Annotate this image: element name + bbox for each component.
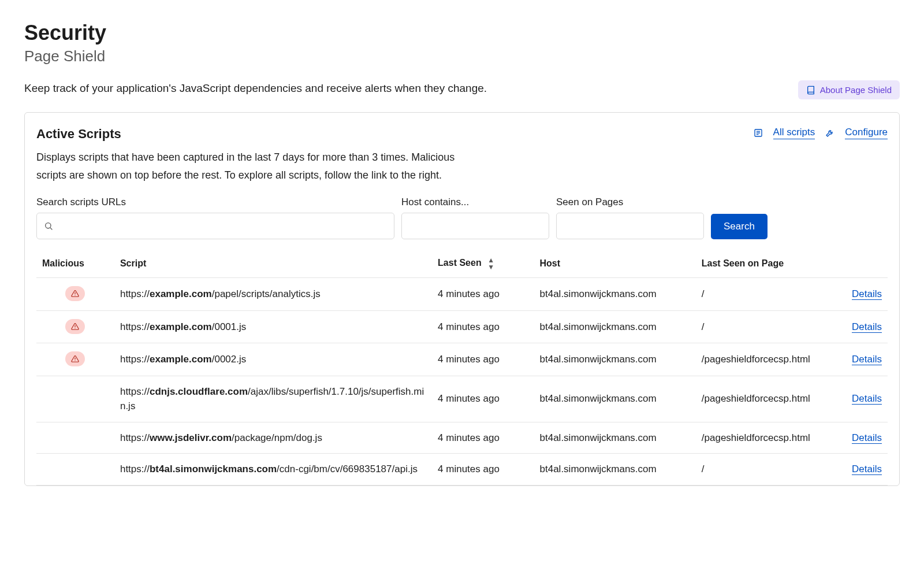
- cell-last-seen: 4 minutes ago: [432, 454, 534, 485]
- cell-script: https://cdnjs.cloudflare.com/ajax/libs/s…: [114, 376, 432, 422]
- about-page-shield-chip[interactable]: About Page Shield: [798, 80, 900, 99]
- cell-last-seen: 4 minutes ago: [432, 376, 534, 422]
- page-intro: Keep track of your application's JavaScr…: [24, 80, 487, 97]
- cell-details: Details: [828, 310, 888, 343]
- details-link[interactable]: Details: [852, 464, 882, 475]
- cell-malicious: [36, 310, 114, 343]
- cell-script: https://example.com/0001.js: [114, 310, 432, 343]
- configure-link[interactable]: Configure: [845, 127, 888, 139]
- search-scripts-input[interactable]: [58, 220, 387, 232]
- active-scripts-card: Active Scripts Displays scripts that hav…: [24, 112, 900, 486]
- cell-last-seen: 4 minutes ago: [432, 310, 534, 343]
- table-row: https://www.jsdelivr.com/package/npm/dog…: [36, 422, 888, 454]
- cell-host: bt4al.simonwijckmans.com: [534, 422, 696, 454]
- table-row: https://example.com/papel/scripts/analyt…: [36, 278, 888, 311]
- search-icon: [44, 221, 53, 231]
- about-page-shield-label: About Page Shield: [820, 85, 892, 95]
- search-scripts-input-wrap[interactable]: [36, 213, 394, 239]
- svg-point-4: [46, 223, 51, 228]
- sort-icon: ▲▼: [487, 257, 494, 270]
- cell-details: Details: [828, 278, 888, 311]
- cell-malicious: [36, 343, 114, 376]
- all-scripts-link[interactable]: All scripts: [773, 127, 815, 139]
- details-link[interactable]: Details: [852, 354, 882, 365]
- page-subtitle: Page Shield: [24, 47, 900, 65]
- malicious-warning-icon: [65, 351, 85, 366]
- cell-malicious: [36, 278, 114, 311]
- cell-script: https://www.jsdelivr.com/package/npm/dog…: [114, 422, 432, 454]
- cell-malicious: [36, 422, 114, 454]
- host-contains-label: Host contains...: [401, 196, 549, 208]
- malicious-warning-icon: [65, 286, 85, 301]
- cell-last-seen: 4 minutes ago: [432, 343, 534, 376]
- col-script: Script: [114, 250, 432, 278]
- details-link[interactable]: Details: [852, 432, 882, 444]
- table-row: https://example.com/0002.js4 minutes ago…: [36, 343, 888, 376]
- cell-host: bt4al.simonwijckmans.com: [534, 278, 696, 311]
- cell-script: https://bt4al.simonwijckmans.com/cdn-cgi…: [114, 454, 432, 485]
- cell-last-seen-page: /: [696, 310, 828, 343]
- list-icon: [754, 128, 763, 138]
- cell-last-seen-page: /: [696, 278, 828, 311]
- cell-last-seen-page: /pageshieldforcecsp.html: [696, 376, 828, 422]
- cell-host: bt4al.simonwijckmans.com: [534, 454, 696, 485]
- search-button[interactable]: Search: [711, 214, 767, 239]
- seen-on-pages-input-wrap[interactable]: [556, 213, 704, 239]
- cell-last-seen-page: /pageshieldforcecsp.html: [696, 343, 828, 376]
- details-link[interactable]: Details: [852, 288, 882, 300]
- cell-last-seen-page: /pageshieldforcecsp.html: [696, 422, 828, 454]
- search-scripts-label: Search scripts URLs: [36, 196, 394, 208]
- svg-line-5: [50, 228, 52, 229]
- col-host: Host: [534, 250, 696, 278]
- page-title: Security: [24, 21, 900, 45]
- malicious-warning-icon: [65, 319, 85, 334]
- details-link[interactable]: Details: [852, 393, 882, 405]
- cell-last-seen: 4 minutes ago: [432, 278, 534, 311]
- cell-host: bt4al.simonwijckmans.com: [534, 310, 696, 343]
- cell-last-seen-page: /: [696, 454, 828, 485]
- table-row: https://cdnjs.cloudflare.com/ajax/libs/s…: [36, 376, 888, 422]
- cell-host: bt4al.simonwijckmans.com: [534, 343, 696, 376]
- seen-on-pages-input[interactable]: [564, 220, 696, 232]
- cell-malicious: [36, 454, 114, 485]
- card-title: Active Scripts: [36, 127, 487, 142]
- wrench-icon: [825, 128, 834, 138]
- col-last-seen-page: Last Seen on Page: [696, 250, 828, 278]
- cell-details: Details: [828, 376, 888, 422]
- card-description: Displays scripts that have been captured…: [36, 149, 487, 184]
- host-contains-input-wrap[interactable]: [401, 213, 549, 239]
- book-icon: [806, 86, 815, 95]
- seen-on-pages-label: Seen on Pages: [556, 196, 704, 208]
- cell-details: Details: [828, 343, 888, 376]
- col-malicious: Malicious: [36, 250, 114, 278]
- cell-last-seen: 4 minutes ago: [432, 422, 534, 454]
- cell-script: https://example.com/0002.js: [114, 343, 432, 376]
- col-last-seen[interactable]: Last Seen ▲▼: [432, 250, 534, 278]
- table-row: https://example.com/0001.js4 minutes ago…: [36, 310, 888, 343]
- cell-details: Details: [828, 422, 888, 454]
- col-last-seen-label: Last Seen: [438, 258, 482, 268]
- table-row: https://bt4al.simonwijckmans.com/cdn-cgi…: [36, 454, 888, 485]
- scripts-table: Malicious Script Last Seen ▲▼ Host Last …: [36, 250, 888, 485]
- details-link[interactable]: Details: [852, 321, 882, 333]
- cell-details: Details: [828, 454, 888, 485]
- cell-script: https://example.com/papel/scripts/analyt…: [114, 278, 432, 311]
- host-contains-input[interactable]: [409, 220, 542, 232]
- cell-malicious: [36, 376, 114, 422]
- cell-host: bt4al.simonwijckmans.com: [534, 376, 696, 422]
